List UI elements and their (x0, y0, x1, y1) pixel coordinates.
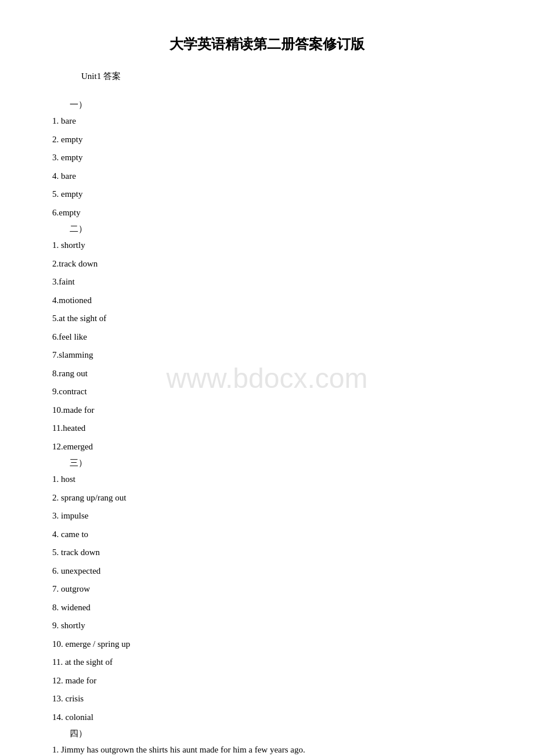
list-item: 6.feel like (52, 330, 488, 345)
list-item: 9. shortly (52, 618, 488, 633)
sections-container: 一）1. bare2. empty3. empty4. bare5. empty… (46, 99, 488, 756)
list-item: 7.slamming (52, 348, 488, 363)
list-item: 1. bare (52, 114, 488, 129)
list-item: 5. empty (52, 187, 488, 202)
list-item: 3. impulse (52, 509, 488, 524)
list-item: 4. came to (52, 527, 488, 542)
page-title: 大学英语精读第二册答案修订版 (46, 35, 488, 53)
list-item: 14. colonial (52, 710, 488, 725)
list-item: 9.contract (52, 384, 488, 399)
unit-label: Unit1 答案 (81, 71, 488, 82)
section-0: 一）1. bare2. empty3. empty4. bare5. empty… (46, 99, 488, 220)
list-item: 5.at the sight of (52, 311, 488, 326)
list-item: 6.empty (52, 206, 488, 221)
list-item: 2.track down (52, 257, 488, 272)
list-item: 11. at the sight of (52, 655, 488, 670)
list-item: 13. crisis (52, 692, 488, 707)
list-item: 8. widened (52, 600, 488, 615)
list-item: 3.faint (52, 275, 488, 290)
section-2: 三）1. host2. sprang up/rang out3. impulse… (46, 458, 488, 725)
section-label-2: 三） (70, 458, 488, 469)
list-item: 8.rang out (52, 366, 488, 381)
section-label-1: 二） (70, 224, 488, 235)
section-label-3: 四） (70, 728, 488, 739)
list-item: 7. outgrow (52, 582, 488, 597)
list-item: 5. track down (52, 545, 488, 560)
list-item: 4. bare (52, 169, 488, 184)
list-item: 2. sprang up/rang out (52, 491, 488, 506)
section-1: 二）1. shortly2.track down3.faint4.motione… (46, 224, 488, 454)
list-item: 10.made for (52, 403, 488, 418)
list-item: 11.heated (52, 421, 488, 436)
list-item: 1. shortly (52, 238, 488, 253)
list-item: 1. Jimmy has outgrown the shirts his aun… (52, 743, 488, 756)
section-3: 四）1. Jimmy has outgrown the shirts his a… (46, 728, 488, 756)
list-item: 2. empty (52, 132, 488, 147)
list-item: 12.emerged (52, 440, 488, 455)
list-item: 12. made for (52, 674, 488, 689)
list-item: 1. host (52, 472, 488, 487)
list-item: 6. unexpected (52, 564, 488, 579)
list-item: 4.motioned (52, 293, 488, 308)
list-item: 3. empty (52, 150, 488, 165)
section-label-0: 一） (70, 99, 488, 110)
list-item: 10. emerge / spring up (52, 637, 488, 652)
